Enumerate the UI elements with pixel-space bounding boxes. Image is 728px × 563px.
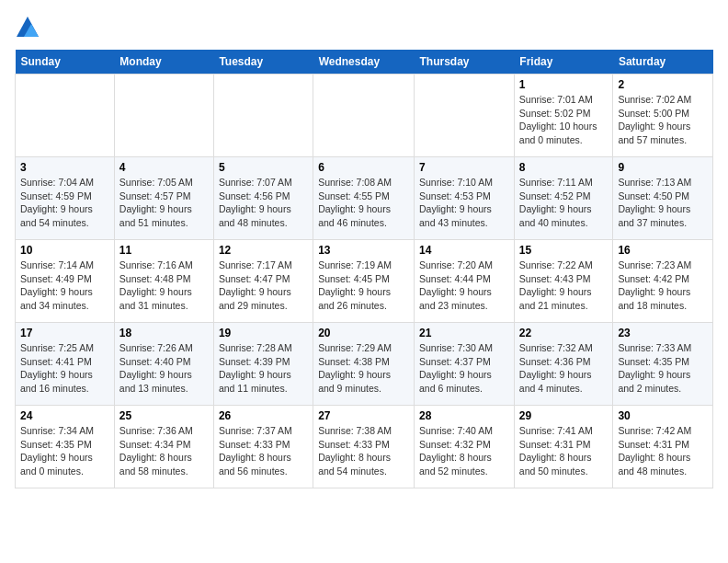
day-info: Sunrise: 7:40 AMSunset: 4:32 PMDaylight:… (419, 424, 509, 478)
header-row: SundayMondayTuesdayWednesdayThursdayFrid… (16, 50, 713, 75)
day-info: Sunrise: 7:08 AMSunset: 4:55 PMDaylight:… (318, 176, 409, 230)
day-number: 29 (519, 409, 609, 422)
day-number: 21 (419, 327, 509, 339)
day-info: Sunrise: 7:23 AMSunset: 4:42 PMDaylight:… (618, 259, 708, 313)
day-info: Sunrise: 7:34 AMSunset: 4:35 PMDaylight:… (20, 424, 109, 478)
calendar-cell (114, 75, 213, 157)
day-info: Sunrise: 7:16 AMSunset: 4:48 PMDaylight:… (119, 259, 209, 313)
calendar-cell: 10Sunrise: 7:14 AMSunset: 4:49 PMDayligh… (16, 240, 115, 323)
day-info: Sunrise: 7:30 AMSunset: 4:37 PMDaylight:… (419, 341, 509, 396)
day-info: Sunrise: 7:38 AMSunset: 4:33 PMDaylight:… (318, 424, 409, 478)
calendar-cell: 22Sunrise: 7:32 AMSunset: 4:36 PMDayligh… (514, 323, 613, 406)
day-number: 16 (618, 244, 708, 257)
col-header-tuesday: Tuesday (213, 50, 313, 75)
day-info: Sunrise: 7:19 AMSunset: 4:45 PMDaylight:… (318, 259, 409, 313)
day-info: Sunrise: 7:13 AMSunset: 4:50 PMDaylight:… (618, 176, 708, 230)
calendar-cell (415, 75, 515, 157)
day-number: 13 (318, 244, 409, 257)
day-number: 28 (419, 409, 509, 422)
calendar-week-1: 1Sunrise: 7:01 AMSunset: 5:02 PMDaylight… (16, 75, 713, 157)
day-number: 3 (20, 161, 109, 174)
day-number: 27 (318, 409, 409, 422)
calendar-cell: 15Sunrise: 7:22 AMSunset: 4:43 PMDayligh… (514, 240, 613, 323)
day-info: Sunrise: 7:10 AMSunset: 4:53 PMDaylight:… (419, 176, 509, 230)
calendar-cell: 28Sunrise: 7:40 AMSunset: 4:32 PMDayligh… (415, 406, 515, 488)
day-number: 7 (419, 161, 509, 174)
calendar-cell: 8Sunrise: 7:11 AMSunset: 4:52 PMDaylight… (514, 157, 613, 240)
calendar-cell (213, 75, 313, 157)
day-info: Sunrise: 7:01 AMSunset: 5:02 PMDaylight:… (519, 93, 609, 147)
calendar-cell: 3Sunrise: 7:04 AMSunset: 4:59 PMDaylight… (16, 157, 115, 240)
calendar-cell: 13Sunrise: 7:19 AMSunset: 4:45 PMDayligh… (313, 240, 415, 323)
day-number: 23 (618, 327, 708, 339)
day-number: 25 (119, 409, 209, 422)
col-header-sunday: Sunday (16, 50, 115, 75)
day-number: 19 (219, 327, 308, 339)
page-header (15, 15, 713, 40)
calendar-cell: 29Sunrise: 7:41 AMSunset: 4:31 PMDayligh… (514, 406, 613, 488)
calendar-week-4: 17Sunrise: 7:25 AMSunset: 4:41 PMDayligh… (16, 323, 713, 406)
day-number: 11 (119, 244, 209, 257)
day-number: 22 (519, 327, 609, 339)
calendar-cell: 16Sunrise: 7:23 AMSunset: 4:42 PMDayligh… (613, 240, 713, 323)
col-header-monday: Monday (114, 50, 213, 75)
calendar-week-3: 10Sunrise: 7:14 AMSunset: 4:49 PMDayligh… (16, 240, 713, 323)
calendar-cell: 24Sunrise: 7:34 AMSunset: 4:35 PMDayligh… (16, 406, 115, 488)
calendar-cell: 25Sunrise: 7:36 AMSunset: 4:34 PMDayligh… (114, 406, 213, 488)
day-info: Sunrise: 7:37 AMSunset: 4:33 PMDaylight:… (219, 424, 308, 478)
day-info: Sunrise: 7:11 AMSunset: 4:52 PMDaylight:… (519, 176, 609, 230)
day-info: Sunrise: 7:14 AMSunset: 4:49 PMDaylight:… (20, 259, 109, 313)
day-number: 17 (20, 327, 109, 339)
calendar-cell: 7Sunrise: 7:10 AMSunset: 4:53 PMDaylight… (415, 157, 515, 240)
day-info: Sunrise: 7:20 AMSunset: 4:44 PMDaylight:… (419, 259, 509, 313)
day-number: 26 (219, 409, 308, 422)
day-info: Sunrise: 7:26 AMSunset: 4:40 PMDaylight:… (119, 341, 209, 396)
calendar-cell: 27Sunrise: 7:38 AMSunset: 4:33 PMDayligh… (313, 406, 415, 488)
calendar-cell: 4Sunrise: 7:05 AMSunset: 4:57 PMDaylight… (114, 157, 213, 240)
calendar-cell: 1Sunrise: 7:01 AMSunset: 5:02 PMDaylight… (514, 75, 613, 157)
calendar-cell: 12Sunrise: 7:17 AMSunset: 4:47 PMDayligh… (213, 240, 313, 323)
day-info: Sunrise: 7:22 AMSunset: 4:43 PMDaylight:… (519, 259, 609, 313)
calendar-cell: 2Sunrise: 7:02 AMSunset: 5:00 PMDaylight… (613, 75, 713, 157)
logo (15, 15, 44, 40)
day-info: Sunrise: 7:29 AMSunset: 4:38 PMDaylight:… (318, 341, 409, 396)
day-info: Sunrise: 7:25 AMSunset: 4:41 PMDaylight:… (20, 341, 109, 396)
day-info: Sunrise: 7:42 AMSunset: 4:31 PMDaylight:… (618, 424, 708, 478)
calendar-week-5: 24Sunrise: 7:34 AMSunset: 4:35 PMDayligh… (16, 406, 713, 488)
day-info: Sunrise: 7:07 AMSunset: 4:56 PMDaylight:… (219, 176, 308, 230)
calendar-cell: 30Sunrise: 7:42 AMSunset: 4:31 PMDayligh… (613, 406, 713, 488)
calendar-cell: 21Sunrise: 7:30 AMSunset: 4:37 PMDayligh… (415, 323, 515, 406)
day-number: 15 (519, 244, 609, 257)
logo-icon (15, 15, 40, 40)
calendar-cell: 6Sunrise: 7:08 AMSunset: 4:55 PMDaylight… (313, 157, 415, 240)
calendar-cell: 26Sunrise: 7:37 AMSunset: 4:33 PMDayligh… (213, 406, 313, 488)
day-number: 1 (519, 78, 609, 91)
col-header-friday: Friday (514, 50, 613, 75)
day-number: 14 (419, 244, 509, 257)
calendar-cell: 11Sunrise: 7:16 AMSunset: 4:48 PMDayligh… (114, 240, 213, 323)
calendar-cell (313, 75, 415, 157)
day-number: 18 (119, 327, 209, 339)
day-info: Sunrise: 7:05 AMSunset: 4:57 PMDaylight:… (119, 176, 209, 230)
day-info: Sunrise: 7:28 AMSunset: 4:39 PMDaylight:… (219, 341, 308, 396)
day-number: 24 (20, 409, 109, 422)
calendar-cell: 5Sunrise: 7:07 AMSunset: 4:56 PMDaylight… (213, 157, 313, 240)
day-info: Sunrise: 7:02 AMSunset: 5:00 PMDaylight:… (618, 93, 708, 147)
col-header-thursday: Thursday (415, 50, 515, 75)
calendar-cell (16, 75, 115, 157)
calendar-cell: 17Sunrise: 7:25 AMSunset: 4:41 PMDayligh… (16, 323, 115, 406)
day-number: 6 (318, 161, 409, 174)
calendar-cell: 19Sunrise: 7:28 AMSunset: 4:39 PMDayligh… (213, 323, 313, 406)
day-info: Sunrise: 7:32 AMSunset: 4:36 PMDaylight:… (519, 341, 609, 396)
col-header-wednesday: Wednesday (313, 50, 415, 75)
calendar-cell: 20Sunrise: 7:29 AMSunset: 4:38 PMDayligh… (313, 323, 415, 406)
calendar-table: SundayMondayTuesdayWednesdayThursdayFrid… (15, 50, 713, 488)
calendar-cell: 23Sunrise: 7:33 AMSunset: 4:35 PMDayligh… (613, 323, 713, 406)
calendar-cell: 9Sunrise: 7:13 AMSunset: 4:50 PMDaylight… (613, 157, 713, 240)
day-info: Sunrise: 7:36 AMSunset: 4:34 PMDaylight:… (119, 424, 209, 478)
day-number: 20 (318, 327, 409, 339)
calendar-week-2: 3Sunrise: 7:04 AMSunset: 4:59 PMDaylight… (16, 157, 713, 240)
calendar-cell: 14Sunrise: 7:20 AMSunset: 4:44 PMDayligh… (415, 240, 515, 323)
calendar-cell: 18Sunrise: 7:26 AMSunset: 4:40 PMDayligh… (114, 323, 213, 406)
day-number: 2 (618, 78, 708, 91)
